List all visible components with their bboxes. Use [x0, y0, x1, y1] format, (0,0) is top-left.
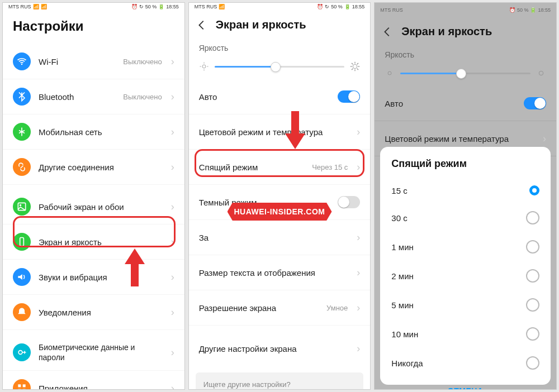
brightness-slider[interactable]: [189, 57, 371, 79]
svg-rect-8: [23, 389, 26, 390]
row-label: Рабочий экран и обои: [39, 202, 163, 212]
brightness-high-icon: [536, 68, 546, 78]
auto-brightness-row[interactable]: Авто: [189, 79, 371, 114]
auto-brightness-row[interactable]: Авто: [375, 86, 556, 121]
option-label: 30 с: [391, 213, 407, 223]
brightness-low-icon: [385, 68, 395, 78]
row-label: За: [199, 233, 349, 242]
display-row[interactable]: Размер текста и отображения›: [189, 255, 371, 290]
disp-icon: [13, 233, 31, 251]
svg-point-2: [20, 204, 21, 206]
back-icon[interactable]: [381, 26, 394, 38]
sleep-option[interactable]: Никогда: [380, 348, 551, 377]
chevron-icon: ›: [171, 56, 174, 68]
radio-icon: [526, 298, 539, 312]
svg-line-20: [352, 63, 353, 64]
chevron-icon: ›: [171, 91, 174, 103]
watermark: HUAWEI-INSIDER.COM: [206, 203, 354, 221]
svg-line-22: [352, 69, 353, 70]
chevron-icon: ›: [357, 161, 360, 173]
sleep-option[interactable]: 30 с: [380, 203, 551, 232]
sleep-option[interactable]: 15 с: [380, 178, 551, 203]
svg-point-15: [353, 64, 358, 69]
arrow-down-indicator: [284, 110, 306, 149]
settings-row[interactable]: Экран и яркость›: [3, 224, 184, 260]
brightness-slider[interactable]: [375, 64, 556, 86]
settings-row[interactable]: Мобильная сеть›: [3, 114, 184, 150]
option-label: 15 с: [391, 186, 407, 195]
other-display-settings[interactable]: Другие настройки экрана›: [189, 331, 371, 366]
auto-toggle[interactable]: [338, 90, 360, 103]
svg-point-25: [388, 71, 391, 75]
svg-point-4: [18, 351, 22, 355]
chevron-icon: ›: [171, 236, 174, 248]
option-label: 1 мин: [391, 242, 414, 252]
row-label: Мобильная сеть: [39, 127, 163, 137]
brightness-low-icon: [199, 61, 209, 71]
settings-row[interactable]: Биометрические данные и пароли›: [3, 334, 184, 371]
row-value: Через 15 с: [312, 163, 348, 171]
display-row[interactable]: Разрешение экранаУмное›: [189, 290, 371, 326]
svg-marker-9: [125, 248, 145, 286]
row-label: Экран и яркость: [39, 237, 163, 247]
settings-row[interactable]: Уведомления›: [3, 295, 184, 330]
settings-row[interactable]: Приложения›: [3, 371, 184, 390]
svg-point-26: [539, 71, 543, 75]
status-bar: MTS RUS📶 ⏰↻50 %🔋18:55: [189, 3, 371, 11]
display-settings-screen: MTS RUS📶 ⏰↻50 %🔋18:55 Экран и яркость Яр…: [188, 2, 371, 390]
chevron-icon: ›: [171, 126, 174, 138]
chevron-icon: ›: [171, 383, 174, 390]
brightness-label: Яркость: [189, 41, 371, 57]
page-title: Экран и яркость: [401, 25, 492, 38]
row-label: Другие соединения: [39, 162, 163, 172]
svg-rect-7: [18, 389, 21, 390]
row-label: Bluetooth: [39, 92, 115, 102]
settings-row[interactable]: Другие соединения›: [3, 150, 184, 185]
svg-line-21: [357, 69, 358, 70]
settings-screen: MTS RUS📶📶 ⏰↻50 %🔋18:55 Настройки Wi-FiВы…: [2, 2, 185, 390]
svg-line-23: [357, 63, 358, 64]
brightness-high-icon: [350, 61, 360, 71]
page-title: Экран и яркость: [216, 18, 306, 31]
sleep-option[interactable]: 1 мин: [380, 232, 551, 261]
chevron-icon: ›: [171, 271, 174, 283]
option-label: 10 мин: [391, 329, 418, 339]
svg-point-10: [202, 65, 206, 68]
option-label: Никогда: [391, 358, 423, 368]
row-label: Цветовой режим и температура: [199, 127, 349, 137]
back-icon[interactable]: [196, 19, 208, 31]
sleep-option[interactable]: 5 мин: [380, 290, 551, 319]
settings-row[interactable]: Wi-FiВыключено›: [3, 44, 184, 79]
auto-toggle[interactable]: [524, 97, 546, 109]
display-row[interactable]: Спящий режимЧерез 15 с›: [189, 150, 371, 185]
option-label: 2 мин: [391, 271, 414, 281]
brightness-label: Яркость: [375, 48, 556, 64]
row-value: Выключено: [123, 93, 162, 101]
link-icon: [13, 158, 31, 176]
wifi-icon: [13, 52, 31, 70]
chevron-icon: ›: [357, 267, 360, 279]
chevron-icon: ›: [171, 201, 174, 213]
chevron-icon: ›: [357, 126, 360, 138]
wall-icon: [13, 198, 31, 216]
mob-icon: [13, 123, 31, 141]
radio-icon: [526, 240, 539, 254]
footer-tip: Ищете другие настройки? Простой режим: [196, 372, 364, 390]
settings-row[interactable]: Звуки и вибрация›: [3, 260, 184, 295]
display-row[interactable]: За›: [189, 220, 371, 255]
sleep-option[interactable]: 2 мин: [380, 261, 551, 290]
bio-icon: [13, 343, 31, 361]
chevron-icon: ›: [357, 232, 360, 243]
settings-row[interactable]: BluetoothВыключено›: [3, 79, 184, 114]
settings-row[interactable]: Рабочий экран и обои›: [3, 189, 184, 224]
sleep-option[interactable]: 10 мин: [380, 319, 551, 348]
radio-icon: [526, 327, 539, 341]
chevron-icon: ›: [171, 307, 174, 318]
row-label: Размер текста и отображения: [199, 268, 349, 278]
row-label: Спящий режим: [199, 162, 304, 172]
radio-icon: [526, 211, 539, 224]
cancel-button[interactable]: ОТМЕНА: [380, 377, 551, 390]
display-row[interactable]: Цветовой режим и температура›: [189, 114, 371, 150]
svg-rect-3: [20, 238, 24, 246]
svg-point-0: [21, 64, 23, 65]
